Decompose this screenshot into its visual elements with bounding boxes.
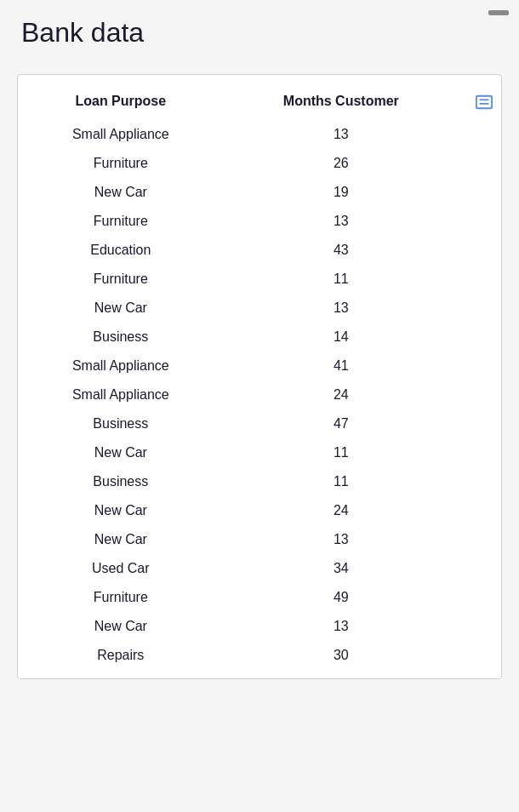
months-customer-cell: 11 bbox=[224, 265, 459, 294]
empty-cell bbox=[459, 554, 501, 583]
table-row: New Car13 bbox=[18, 525, 501, 554]
months-customer-cell: 30 bbox=[224, 641, 459, 670]
table-row: Small Appliance24 bbox=[18, 380, 501, 409]
empty-cell bbox=[459, 178, 501, 207]
empty-cell bbox=[459, 467, 501, 496]
months-customer-cell: 13 bbox=[224, 294, 459, 323]
loan-purpose-cell: New Car bbox=[18, 178, 224, 207]
loan-purpose-cell: Education bbox=[18, 236, 224, 265]
loan-purpose-cell: Furniture bbox=[18, 265, 224, 294]
loan-purpose-cell: Small Appliance bbox=[18, 380, 224, 409]
months-customer-cell: 14 bbox=[224, 323, 459, 352]
table-row: Furniture13 bbox=[18, 207, 501, 236]
empty-cell bbox=[459, 352, 501, 380]
loan-purpose-cell: Business bbox=[18, 323, 224, 352]
loan-purpose-cell: Furniture bbox=[18, 583, 224, 612]
empty-cell bbox=[459, 265, 501, 294]
svg-rect-0 bbox=[476, 95, 492, 108]
table-row: Business14 bbox=[18, 323, 501, 352]
months-customer-cell: 11 bbox=[224, 438, 459, 467]
empty-cell bbox=[459, 438, 501, 467]
empty-cell bbox=[459, 149, 501, 178]
loan-purpose-cell: New Car bbox=[18, 294, 224, 323]
table-row: Education43 bbox=[18, 236, 501, 265]
loan-purpose-cell: Furniture bbox=[18, 207, 224, 236]
loan-purpose-cell: New Car bbox=[18, 525, 224, 554]
table-row: Small Appliance13 bbox=[18, 120, 501, 149]
loan-purpose-cell: Small Appliance bbox=[18, 120, 224, 149]
loan-purpose-cell: Repairs bbox=[18, 641, 224, 670]
loan-purpose-cell: Business bbox=[18, 409, 224, 438]
empty-cell bbox=[459, 120, 501, 149]
table-row: Used Car34 bbox=[18, 554, 501, 583]
empty-cell bbox=[459, 323, 501, 352]
months-customer-cell: 13 bbox=[224, 120, 459, 149]
expand-column-header[interactable] bbox=[459, 83, 501, 120]
months-customer-cell: 49 bbox=[224, 583, 459, 612]
table-row: New Car24 bbox=[18, 496, 501, 525]
empty-cell bbox=[459, 207, 501, 236]
months-customer-cell: 47 bbox=[224, 409, 459, 438]
loan-purpose-cell: New Car bbox=[18, 438, 224, 467]
empty-cell bbox=[459, 380, 501, 409]
empty-cell bbox=[459, 294, 501, 323]
empty-cell bbox=[459, 583, 501, 612]
empty-cell bbox=[459, 612, 501, 641]
loan-purpose-cell: Business bbox=[18, 467, 224, 496]
months-customer-cell: 34 bbox=[224, 554, 459, 583]
expand-icon[interactable] bbox=[476, 94, 493, 110]
months-customer-cell: 43 bbox=[224, 236, 459, 265]
months-customer-cell: 26 bbox=[224, 149, 459, 178]
table-row: New Car19 bbox=[18, 178, 501, 207]
table-row: New Car13 bbox=[18, 612, 501, 641]
empty-cell bbox=[459, 496, 501, 525]
months-customer-cell: 13 bbox=[224, 525, 459, 554]
loan-purpose-cell: Furniture bbox=[18, 149, 224, 178]
table-row: New Car13 bbox=[18, 294, 501, 323]
loan-purpose-cell: Used Car bbox=[18, 554, 224, 583]
minimize-button[interactable] bbox=[488, 10, 509, 15]
months-customer-cell: 11 bbox=[224, 467, 459, 496]
empty-cell bbox=[459, 525, 501, 554]
empty-cell bbox=[459, 409, 501, 438]
loan-purpose-cell: Small Appliance bbox=[18, 352, 224, 380]
table-row: Repairs30 bbox=[18, 641, 501, 670]
table-row: Business11 bbox=[18, 467, 501, 496]
table-container: Loan Purpose Months Customer Small Appli… bbox=[17, 74, 502, 679]
empty-cell bbox=[459, 236, 501, 265]
months-customer-cell: 13 bbox=[224, 612, 459, 641]
months-customer-header: Months Customer bbox=[224, 83, 459, 120]
table-row: Business47 bbox=[18, 409, 501, 438]
months-customer-cell: 24 bbox=[224, 496, 459, 525]
table-row: Furniture11 bbox=[18, 265, 501, 294]
data-table: Loan Purpose Months Customer Small Appli… bbox=[18, 83, 501, 670]
months-customer-cell: 13 bbox=[224, 207, 459, 236]
months-customer-cell: 41 bbox=[224, 352, 459, 380]
table-row: New Car11 bbox=[18, 438, 501, 467]
months-customer-cell: 24 bbox=[224, 380, 459, 409]
loan-purpose-header: Loan Purpose bbox=[18, 83, 224, 120]
loan-purpose-cell: New Car bbox=[18, 496, 224, 525]
table-row: Small Appliance41 bbox=[18, 352, 501, 380]
table-row: Furniture49 bbox=[18, 583, 501, 612]
page-title: Bank data bbox=[17, 17, 502, 49]
months-customer-cell: 19 bbox=[224, 178, 459, 207]
loan-purpose-cell: New Car bbox=[18, 612, 224, 641]
table-row: Furniture26 bbox=[18, 149, 501, 178]
empty-cell bbox=[459, 641, 501, 670]
